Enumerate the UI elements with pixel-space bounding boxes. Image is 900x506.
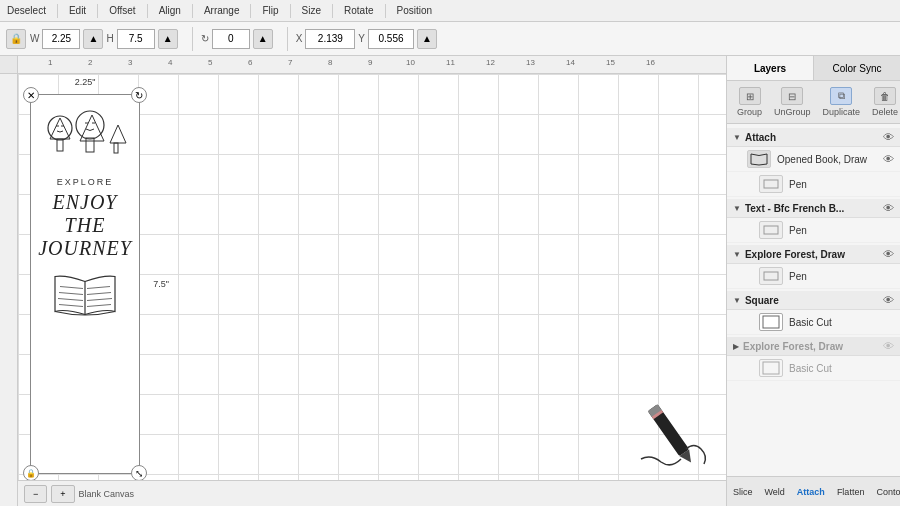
layers-list[interactable]: ▼ Attach 👁 Opened Book, Draw 👁 Pen	[727, 124, 900, 476]
duplicate-button[interactable]: ⧉ Duplicate	[817, 85, 867, 119]
forest-illustration	[40, 103, 130, 173]
bottom-actions: Slice Weld Attach Flatten Contour	[727, 476, 900, 506]
layer-child-basic-cut-1[interactable]: Basic Cut	[727, 310, 900, 335]
svg-rect-28	[763, 316, 779, 328]
height-up[interactable]: ▲	[158, 29, 178, 49]
toolbar-offset[interactable]: Offset	[106, 5, 139, 16]
pos-y-input[interactable]	[368, 29, 414, 49]
chevron-explore1: ▼	[733, 250, 741, 259]
tab-layers[interactable]: Layers	[727, 56, 814, 80]
bookmark-card[interactable]: 2.25" 7.5" ✕ ↻ ⤡ 🔒	[30, 94, 140, 474]
svg-line-18	[87, 293, 111, 295]
flatten-button[interactable]: Flatten	[831, 485, 871, 499]
toolbar-rotate[interactable]: Rotate	[341, 5, 376, 16]
eye-text[interactable]: 👁	[883, 202, 894, 214]
ungroup-label: UnGroup	[774, 107, 811, 117]
pos-up[interactable]: ▲	[417, 29, 437, 49]
layer-header-explore1[interactable]: ▼ Explore Forest, Draw 👁	[727, 245, 900, 264]
eye-square[interactable]: 👁	[883, 294, 894, 306]
chevron-explore2: ▶	[733, 342, 739, 351]
panel-actions: ⊞ Group ⊟ UnGroup ⧉ Duplicate 🗑 Delete	[727, 81, 900, 124]
sep1	[57, 4, 58, 18]
sep10	[287, 27, 288, 51]
close-button[interactable]: ✕	[23, 87, 39, 103]
ungroup-button[interactable]: ⊟ UnGroup	[768, 85, 817, 119]
layer-child-pen-2[interactable]: Pen	[727, 218, 900, 243]
thumb-pen-3	[759, 267, 783, 285]
pos-y-label: Y	[358, 33, 365, 44]
contour-button[interactable]: Contour	[870, 485, 900, 499]
label-pen-2: Pen	[789, 225, 894, 236]
layer-header-explore2[interactable]: ▶ Explore Forest, Draw 👁	[727, 337, 900, 356]
layer-child-pen-3[interactable]: Pen	[727, 264, 900, 289]
zoom-out-btn[interactable]: −	[24, 485, 47, 503]
eye-explore1[interactable]: 👁	[883, 248, 894, 260]
layer-header-text[interactable]: ▼ Text - Bfc French B... 👁	[727, 199, 900, 218]
rotate-up[interactable]: ▲	[253, 29, 273, 49]
label-pen-1: Pen	[789, 179, 894, 190]
thumb-basic-cut-1	[759, 313, 783, 331]
width-input[interactable]	[42, 29, 80, 49]
pos-x-input[interactable]	[305, 29, 355, 49]
toolbar-size[interactable]: Size	[299, 5, 324, 16]
mark-12: 12	[486, 58, 495, 67]
eye-attach[interactable]: 👁	[883, 131, 894, 143]
layer-title-text: Text - Bfc French B...	[745, 203, 879, 214]
toolbar-deselect[interactable]: Deselect	[4, 5, 49, 16]
tab-color-sync[interactable]: Color Sync	[814, 56, 900, 80]
zoom-in-btn[interactable]: +	[51, 485, 74, 503]
panel-tabs: Layers Color Sync	[727, 56, 900, 81]
eye-opened-book[interactable]: 👁	[883, 153, 894, 165]
ungroup-icon: ⊟	[781, 87, 803, 105]
layer-child-opened-book[interactable]: Opened Book, Draw 👁	[727, 147, 900, 172]
eye-explore2[interactable]: 👁	[883, 340, 894, 352]
canvas-area[interactable]: 1 2 3 4 5 6 7 8 9 10 11 12 13 14 15 16	[0, 56, 726, 506]
height-input[interactable]	[117, 29, 155, 49]
toolbar-align[interactable]: Align	[156, 5, 184, 16]
group-button[interactable]: ⊞ Group	[731, 85, 768, 119]
slice-button[interactable]: Slice	[727, 485, 759, 499]
position-group: X Y ▲	[296, 29, 437, 49]
resize-handle[interactable]: ⤡	[131, 465, 147, 481]
mark-3: 3	[128, 58, 132, 67]
enjoy-text: ENJOYTHEJOURNEY	[38, 191, 132, 260]
delete-button[interactable]: 🗑 Delete	[866, 85, 900, 119]
attach-button[interactable]: Attach	[791, 485, 831, 499]
mark-7: 7	[288, 58, 292, 67]
svg-rect-29	[763, 362, 779, 374]
main-content: 1 2 3 4 5 6 7 8 9 10 11 12 13 14 15 16	[0, 56, 900, 506]
rotate-input[interactable]	[212, 29, 250, 49]
thumb-pen-2	[759, 221, 783, 239]
label-basic-cut-1: Basic Cut	[789, 317, 894, 328]
chevron-text: ▼	[733, 204, 741, 213]
group-label: Group	[737, 107, 762, 117]
svg-line-16	[59, 305, 83, 307]
duplicate-label: Duplicate	[823, 107, 861, 117]
layer-title-explore1: Explore Forest, Draw	[745, 249, 879, 260]
layer-child-basic-cut-2[interactable]: Basic Cut	[727, 356, 900, 381]
canvas-grid[interactable]: 2.25" 7.5" ✕ ↻ ⤡ 🔒	[18, 74, 726, 480]
weld-button[interactable]: Weld	[759, 485, 791, 499]
layer-header-attach[interactable]: ▼ Attach 👁	[727, 128, 900, 147]
layer-child-pen-1[interactable]: Pen	[727, 172, 900, 197]
sep6	[290, 4, 291, 18]
layer-title-explore2: Explore Forest, Draw	[743, 341, 879, 352]
attach-label: Attach	[797, 487, 825, 497]
layer-header-square[interactable]: ▼ Square 👁	[727, 291, 900, 310]
layer-title-square: Square	[745, 295, 879, 306]
rotate-handle[interactable]: ↻	[131, 87, 147, 103]
toolbar-arrange[interactable]: Arrange	[201, 5, 243, 16]
width-up[interactable]: ▲	[83, 29, 103, 49]
thumb-pen-1	[759, 175, 783, 193]
toolbar-flip[interactable]: Flip	[259, 5, 281, 16]
layer-group-text: ▼ Text - Bfc French B... 👁 Pen	[727, 199, 900, 243]
lock-button[interactable]: 🔒	[6, 29, 26, 49]
toolbar-edit[interactable]: Edit	[66, 5, 89, 16]
mark-6: 6	[248, 58, 252, 67]
svg-marker-8	[50, 118, 70, 139]
sep3	[147, 4, 148, 18]
mark-2: 2	[88, 58, 92, 67]
thumb-basic-cut-2	[759, 359, 783, 377]
lock-handle[interactable]: 🔒	[23, 465, 39, 481]
toolbar-position[interactable]: Position	[394, 5, 436, 16]
